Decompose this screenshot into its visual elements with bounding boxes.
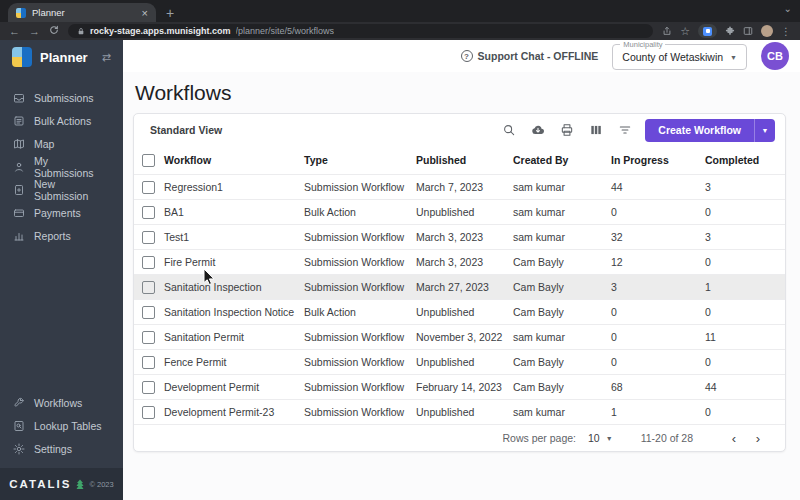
cell-type: Submission Workflow [304, 181, 416, 193]
cell-completed: 0 [705, 306, 777, 318]
sidebar-item-payments[interactable]: Payments [0, 201, 123, 224]
table-row[interactable]: Sanitation Permit Submission Workflow No… [134, 324, 785, 349]
cell-published: March 3, 2023 [416, 256, 513, 268]
browser-actions: ☆ ⋮ [662, 22, 791, 40]
copyright: © 2023 [89, 480, 113, 489]
row-checkbox[interactable] [142, 356, 155, 369]
cell-completed: 1 [705, 281, 777, 293]
cell-workflow: Regression1 [164, 181, 304, 193]
tab-search-chevron-icon[interactable]: ⌄ [784, 3, 792, 14]
cell-created-by: sam kumar [513, 331, 611, 343]
person-icon [13, 161, 25, 173]
extensions-puzzle-icon[interactable] [725, 22, 735, 40]
municipality-select[interactable]: Municipality County of Wetaskiwin ▼ [612, 44, 747, 70]
sidebar-item-my-submissions[interactable]: My Submissions [0, 155, 123, 178]
row-checkbox[interactable] [142, 181, 155, 194]
column-header[interactable]: In Progress [611, 154, 705, 166]
create-workflow-dropdown[interactable]: ▼ [754, 119, 775, 142]
refresh-icon[interactable] [49, 25, 59, 37]
cell-type: Bulk Action [304, 306, 416, 318]
column-header[interactable]: Workflow [164, 154, 304, 166]
sidebar-item-map[interactable]: Map [0, 132, 123, 155]
sidebar-item-new-submission[interactable]: New Submission [0, 178, 123, 201]
sidebar-item-reports[interactable]: Reports [0, 224, 123, 247]
back-icon[interactable]: ← [9, 26, 20, 37]
column-header[interactable]: Published [416, 154, 513, 166]
column-header[interactable]: Created By [513, 154, 611, 166]
view-columns-icon[interactable] [589, 123, 603, 137]
collapse-sidebar-icon[interactable]: ⇄ [102, 51, 111, 64]
cloud-download-icon[interactable] [531, 123, 545, 137]
cell-type: Submission Workflow [304, 231, 416, 243]
cell-in-progress: 0 [611, 306, 705, 318]
column-header[interactable]: Type [304, 154, 416, 166]
bookmark-star-icon[interactable]: ☆ [680, 26, 690, 37]
profile-avatar[interactable] [761, 25, 773, 37]
row-checkbox[interactable] [142, 231, 155, 244]
share-icon[interactable] [662, 22, 672, 40]
column-header[interactable]: Completed [705, 154, 777, 166]
cell-workflow: Test1 [164, 231, 304, 243]
create-workflow-button[interactable]: Create Workflow ▼ [645, 119, 775, 142]
previous-page-icon[interactable]: ‹ [725, 431, 743, 446]
url-bar[interactable]: rocky-stage.apps.munisight.com /planner/… [68, 24, 653, 38]
next-page-icon[interactable]: › [749, 431, 767, 446]
cell-in-progress: 32 [611, 231, 705, 243]
table-row[interactable]: Development Permit-23 Submission Workflo… [134, 399, 785, 424]
table-row[interactable]: BA1 Bulk Action Unpublished sam kumar 0 … [134, 199, 785, 224]
page-title: Workflows [135, 81, 786, 105]
support-chat[interactable]: ? Support Chat - OFFLINE [461, 50, 599, 62]
table-row[interactable]: Development Permit Submission Workflow F… [134, 374, 785, 399]
lock-icon [77, 27, 85, 36]
table-row[interactable]: Sanitation Inspection Notice Bulk Action… [134, 299, 785, 324]
table-row[interactable]: Fire Permit Submission Workflow March 3,… [134, 249, 785, 274]
forward-icon[interactable]: → [29, 26, 40, 37]
browser-tab[interactable]: Planner × [8, 3, 156, 22]
user-avatar[interactable]: CB [761, 42, 789, 70]
row-checkbox[interactable] [142, 406, 155, 419]
cell-completed: 0 [705, 406, 777, 418]
table-row[interactable]: Regression1 Submission Workflow March 7,… [134, 174, 785, 199]
rows-per-page-caret-icon[interactable]: ▼ [606, 435, 613, 442]
pagination-range: 11-20 of 28 [641, 432, 693, 444]
app-header: ? Support Chat - OFFLINE Municipality Co… [123, 40, 800, 72]
row-checkbox[interactable] [142, 206, 155, 219]
table-row[interactable]: Fence Permit Submission Workflow Unpubli… [134, 349, 785, 374]
rows-per-page-value[interactable]: 10 [588, 432, 600, 444]
select-all-checkbox[interactable] [142, 154, 155, 167]
cell-created-by: Cam Bayly [513, 356, 611, 368]
favicon [16, 8, 26, 18]
cell-workflow: Sanitation Inspection Notice [164, 306, 304, 318]
view-selector[interactable]: Standard View [150, 124, 487, 136]
sidebar-item-workflows[interactable]: Workflows [0, 391, 123, 414]
browser-menu-icon[interactable]: ⋮ [781, 26, 791, 37]
cell-published: Unpublished [416, 356, 513, 368]
print-icon[interactable] [560, 123, 574, 137]
cell-created-by: sam kumar [513, 181, 611, 193]
sidebar-item-submissions[interactable]: Submissions [0, 86, 123, 109]
cell-completed: 0 [705, 206, 777, 218]
table-row[interactable]: Test1 Submission Workflow March 3, 2023 … [134, 224, 785, 249]
row-checkbox[interactable] [142, 306, 155, 319]
search-icon[interactable] [502, 123, 516, 137]
row-checkbox[interactable] [142, 331, 155, 344]
table-row[interactable]: Sanitation Inspection Submission Workflo… [134, 274, 785, 299]
side-panel-icon[interactable] [743, 22, 753, 40]
cell-in-progress: 44 [611, 181, 705, 193]
sidebar-item-bulk-actions[interactable]: Bulk Actions [0, 109, 123, 132]
tab-close-icon[interactable]: × [142, 7, 148, 19]
cell-in-progress: 0 [611, 206, 705, 218]
sidebar-item-lookup-tables[interactable]: Lookup Tables [0, 414, 123, 437]
browser-tab-strip: Planner × + ⌄ [0, 0, 800, 22]
cell-published: March 7, 2023 [416, 181, 513, 193]
filter-icon[interactable] [618, 123, 632, 137]
row-checkbox[interactable] [142, 256, 155, 269]
new-tab-button[interactable]: + [166, 6, 174, 20]
row-checkbox[interactable] [142, 381, 155, 394]
pinned-extension[interactable] [698, 24, 717, 38]
inbox-icon [13, 92, 25, 104]
create-workflow-label: Create Workflow [645, 119, 754, 142]
sidebar-item-settings[interactable]: Settings [0, 437, 123, 460]
row-checkbox[interactable] [142, 281, 155, 294]
cell-type: Submission Workflow [304, 356, 416, 368]
